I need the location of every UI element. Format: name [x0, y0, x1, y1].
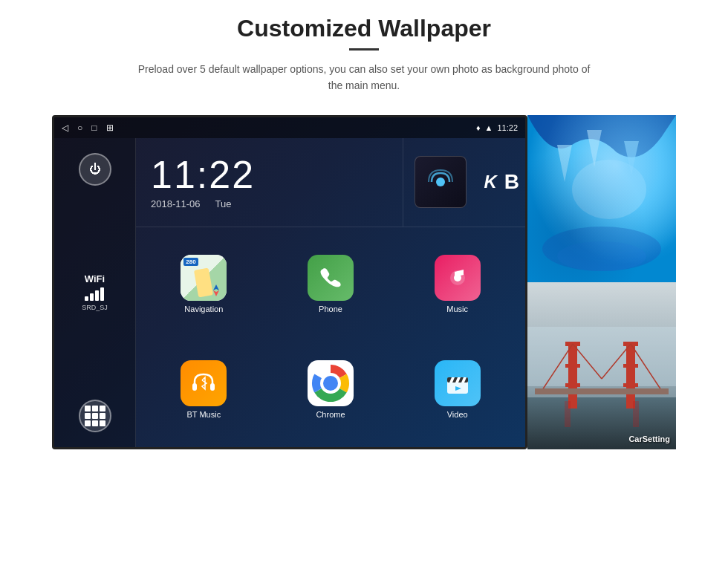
- app-grid: 280 Navigation: [136, 227, 525, 447]
- grid-dot: [100, 406, 105, 411]
- wifi-bar-4: [100, 287, 104, 301]
- wifi-bars: [82, 287, 108, 301]
- main-content: ⏻ WiFi SRD_SJ: [54, 138, 525, 447]
- ice-cave-svg: [527, 115, 676, 282]
- music-icon: [435, 255, 481, 301]
- time-widget: 11:22 2018-11-06 Tue: [136, 138, 403, 227]
- home-icon[interactable]: ○: [77, 123, 82, 133]
- svg-point-22: [557, 241, 646, 271]
- android-screen: ◁ ○ □ ⊞ ♦ ▲ 11:22 ⏻: [52, 115, 527, 449]
- video-icon: [435, 360, 481, 406]
- svg-rect-5: [192, 383, 197, 391]
- bt-svg: [187, 367, 220, 400]
- video-svg: [441, 367, 474, 400]
- wifi-bar-2: [90, 293, 94, 301]
- radio-widget[interactable]: [403, 138, 478, 227]
- ki-b-area: K B: [478, 138, 525, 227]
- svg-point-23: [572, 160, 646, 219]
- wifi-ssid: SRD_SJ: [82, 304, 108, 311]
- date-value: 2018-11-06: [151, 198, 201, 209]
- wallpaper-thumb-1[interactable]: [527, 115, 676, 282]
- back-icon[interactable]: ◁: [62, 123, 68, 133]
- svg-marker-2: [213, 290, 219, 296]
- app-item-chrome[interactable]: Chrome: [270, 340, 391, 440]
- svg-rect-17: [527, 115, 676, 282]
- phone-icon: [308, 255, 354, 301]
- status-right: ♦ ▲ 11:22: [476, 123, 518, 132]
- grid-dot: [100, 413, 105, 419]
- nav-icons: ◁ ○ □ ⊞: [62, 123, 114, 133]
- app-label-navigation: Navigation: [184, 305, 223, 313]
- svg-rect-39: [535, 388, 669, 394]
- svg-marker-18: [557, 145, 572, 182]
- grid-dot: [92, 406, 98, 411]
- app-item-bt-music[interactable]: BT Music: [143, 340, 264, 440]
- chrome-svg: [308, 360, 354, 406]
- title-section: Customized Wallpaper Preload over 5 defa…: [134, 15, 594, 94]
- clock-display: 11:22: [151, 155, 388, 194]
- screenshot-icon[interactable]: ⊞: [106, 123, 114, 133]
- wallpaper-label-2: CarSetting: [628, 435, 670, 443]
- screen-wrapper: ◁ ○ □ ⊞ ♦ ▲ 11:22 ⏻: [52, 115, 676, 449]
- app-item-music[interactable]: Music: [397, 235, 518, 334]
- day-value: Tue: [215, 198, 232, 209]
- grid-dot: [92, 420, 98, 426]
- app-label-bt-music: BT Music: [187, 410, 221, 419]
- music-svg: [444, 264, 471, 291]
- time-row: 11:22 2018-11-06 Tue: [136, 138, 525, 227]
- navigation-icon: 280: [181, 255, 227, 301]
- page-container: Customized Wallpaper Preload over 5 defa…: [0, 0, 728, 563]
- app-label-video: Video: [447, 410, 468, 419]
- svg-marker-19: [587, 130, 602, 167]
- phone-svg: [317, 264, 344, 291]
- bt-music-icon: [181, 360, 227, 406]
- svg-point-0: [436, 178, 445, 186]
- location-icon: ♦: [476, 123, 481, 132]
- svg-rect-6: [210, 383, 215, 391]
- sidebar: ⏻ WiFi SRD_SJ: [54, 138, 136, 447]
- svg-rect-33: [623, 364, 638, 368]
- wallpaper-thumbnails: CarSetting: [527, 115, 676, 449]
- app-item-video[interactable]: Video: [397, 340, 518, 440]
- wallpaper-thumb-2[interactable]: CarSetting: [527, 282, 676, 449]
- svg-rect-25: [527, 327, 676, 386]
- compass-icon: [209, 283, 224, 298]
- grid-dot: [85, 413, 91, 419]
- center-content: 11:22 2018-11-06 Tue: [136, 138, 525, 447]
- page-title: Customized Wallpaper: [134, 15, 594, 42]
- apps-button[interactable]: [79, 400, 111, 432]
- wifi-label: WiFi: [82, 273, 108, 284]
- wifi-widget: WiFi SRD_SJ: [82, 273, 108, 311]
- power-button[interactable]: ⏻: [79, 153, 111, 186]
- b-text: B: [504, 170, 519, 194]
- grid-dot: [85, 406, 91, 411]
- ki-text: K: [484, 172, 496, 192]
- app-label-chrome: Chrome: [316, 410, 345, 419]
- bridge-svg: [527, 282, 676, 449]
- wifi-bar-3: [95, 290, 99, 301]
- svg-rect-41: [633, 401, 639, 427]
- svg-rect-31: [626, 342, 635, 409]
- recents-icon[interactable]: □: [91, 123, 97, 133]
- status-bar: ◁ ○ □ ⊞ ♦ ▲ 11:22: [54, 117, 525, 138]
- radio-icon-box: [415, 156, 467, 208]
- power-icon: ⏻: [89, 163, 101, 176]
- grid-dot: [85, 420, 91, 426]
- svg-rect-27: [568, 342, 577, 409]
- svg-point-10: [323, 376, 338, 391]
- app-item-phone[interactable]: Phone: [270, 235, 391, 334]
- grid-dot: [100, 420, 105, 426]
- title-divider: [349, 48, 379, 51]
- date-display: 2018-11-06 Tue: [151, 198, 388, 209]
- svg-point-21: [542, 227, 661, 271]
- app-label-music: Music: [446, 305, 468, 313]
- svg-rect-30: [565, 383, 580, 387]
- svg-rect-29: [565, 364, 580, 368]
- svg-rect-34: [623, 383, 638, 387]
- svg-marker-1: [213, 284, 219, 290]
- chrome-icon: [308, 360, 354, 406]
- app-label-phone: Phone: [319, 305, 342, 313]
- app-item-navigation[interactable]: 280 Navigation: [143, 235, 264, 334]
- wifi-status-icon: ▲: [485, 123, 493, 132]
- svg-marker-20: [624, 141, 639, 175]
